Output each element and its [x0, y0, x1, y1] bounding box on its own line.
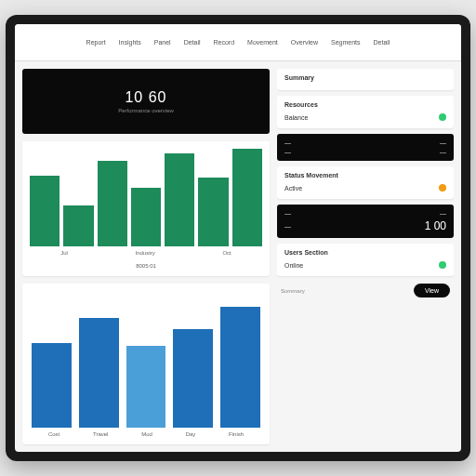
chart2-label: Mod	[141, 431, 152, 437]
card-title: Status Movement	[284, 172, 446, 178]
status-card[interactable]: Status Movement Active	[277, 166, 454, 199]
bar	[232, 149, 262, 246]
bar	[131, 188, 161, 246]
chart1-label: Industry	[135, 250, 154, 256]
section-title: Summary	[284, 74, 446, 81]
card-title: Users Section	[284, 249, 446, 256]
stat-row: ——	[284, 210, 446, 217]
resources-card[interactable]: Resources Balance	[277, 96, 454, 128]
bar	[126, 346, 166, 428]
status-dot-icon	[439, 184, 446, 192]
bar	[173, 329, 213, 428]
bar	[63, 205, 93, 246]
nav-item[interactable]: Detail	[374, 39, 390, 46]
chart1-label: Jul	[60, 250, 68, 256]
users-card[interactable]: Users Section Online	[277, 244, 454, 276]
dark-stat-card-2: —— — 1 00	[277, 205, 454, 238]
nav-item[interactable]: Report	[86, 39, 106, 46]
nav-item[interactable]: Record	[214, 39, 235, 46]
hero-subtitle: Performance overview	[118, 108, 174, 113]
nav-item[interactable]: Overview	[291, 39, 318, 46]
bar	[32, 343, 72, 428]
chart2-labels: Cost Travel Mod Day Finish	[22, 428, 270, 444]
chart1-secondary-label: 8005:01	[136, 263, 156, 269]
stat-row: — 1 00	[284, 219, 446, 232]
main-area: 10 60 Performance overview Jul Industry …	[15, 61, 461, 452]
section-header: Summary	[277, 69, 454, 90]
status-dot-icon	[439, 113, 446, 121]
bar	[220, 307, 260, 428]
bar	[79, 318, 119, 428]
chart1-secondary: 8005:01	[22, 263, 270, 276]
nav-item[interactable]: Movement	[247, 39, 278, 46]
chart2-label: Finish	[229, 431, 244, 437]
bar	[30, 176, 60, 245]
footer-label: Summary	[281, 288, 305, 294]
chart2-label: Cost	[48, 431, 60, 437]
laptop-frame: Report Insights Panel Detail Record Move…	[6, 15, 470, 461]
view-button[interactable]: View	[414, 284, 450, 298]
card-title: Resources	[284, 101, 446, 108]
nav-item[interactable]: Insights	[119, 39, 141, 46]
metric-label: Active	[284, 185, 302, 192]
dark-stat-card-1: —— ——	[277, 134, 454, 161]
stat-row: ——	[284, 139, 446, 146]
metric-label: Balance	[284, 114, 308, 121]
nav-item[interactable]: Segments	[331, 39, 361, 46]
sidebar-footer: Summary View	[277, 282, 454, 299]
top-nav: Report Insights Panel Detail Record Move…	[15, 24, 461, 61]
chart1-labels: Jul Industry Oct	[22, 246, 270, 263]
right-column: Summary Resources Balance —— —— Status M…	[277, 69, 454, 444]
metric-row: Active	[284, 182, 446, 193]
left-column: 10 60 Performance overview Jul Industry …	[22, 69, 270, 444]
chart2-label: Day	[186, 431, 196, 437]
stat-row: ——	[284, 149, 446, 155]
nav-item[interactable]: Panel	[154, 39, 171, 46]
stat-value: 1 00	[425, 219, 446, 232]
hero-card: 10 60 Performance overview	[22, 69, 270, 134]
bar	[165, 153, 194, 245]
metric-row: Balance	[284, 112, 446, 123]
chart2-bars	[22, 284, 270, 428]
status-dot-icon	[439, 261, 446, 269]
chart2-label: Travel	[93, 431, 108, 437]
screen: Report Insights Panel Detail Record Move…	[15, 24, 461, 452]
bar	[198, 178, 228, 245]
green-bar-chart: Jul Industry Oct 8005:01	[22, 141, 270, 276]
nav-item[interactable]: Detail	[184, 39, 201, 46]
chart1-bars	[22, 141, 270, 246]
metric-row: Online	[284, 259, 446, 271]
metric-label: Online	[284, 262, 303, 269]
chart1-label: Oct	[222, 250, 231, 256]
blue-bar-chart: Cost Travel Mod Day Finish	[22, 284, 270, 444]
hero-value: 10 60	[125, 89, 166, 106]
bar	[98, 161, 127, 246]
